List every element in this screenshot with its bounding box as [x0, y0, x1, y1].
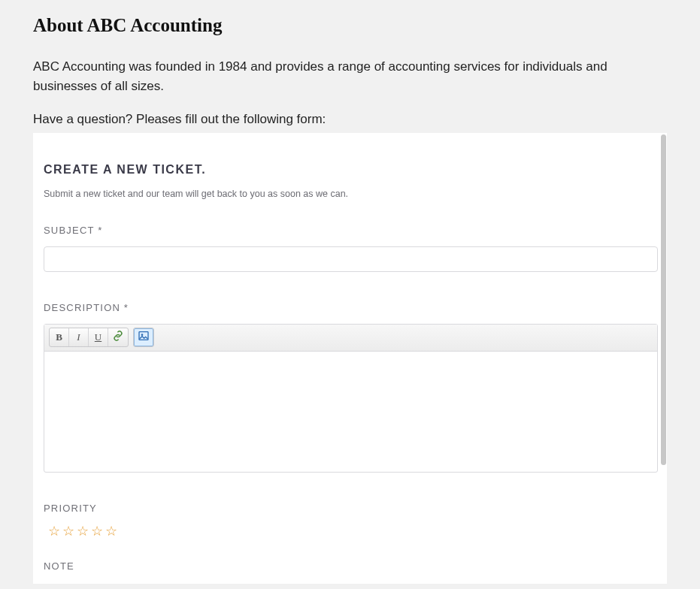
star-4[interactable]: ☆: [91, 524, 103, 538]
description-textarea[interactable]: [44, 352, 657, 472]
star-3[interactable]: ☆: [77, 524, 89, 538]
page-title: About ABC Accounting: [33, 15, 667, 36]
ticket-form-panel: CREATE A NEW TICKET. Submit a new ticket…: [33, 133, 667, 584]
form-prompt: Have a question? Pleases fill out the fo…: [33, 112, 667, 127]
priority-label: PRIORITY: [44, 503, 658, 514]
image-button[interactable]: [134, 328, 153, 346]
star-5[interactable]: ☆: [105, 524, 117, 538]
priority-stars: ☆ ☆ ☆ ☆ ☆: [44, 524, 658, 538]
subject-input[interactable]: [44, 246, 658, 272]
underline-button[interactable]: U: [89, 328, 108, 346]
star-2[interactable]: ☆: [62, 524, 74, 538]
editor-toolbar: B I U: [44, 325, 657, 352]
note-label: NOTE: [44, 560, 658, 572]
image-icon: [138, 330, 150, 345]
bold-button[interactable]: B: [50, 328, 69, 346]
form-heading: CREATE A NEW TICKET.: [44, 163, 658, 177]
link-icon: [112, 330, 124, 345]
svg-point-1: [141, 334, 144, 337]
intro-text: ABC Accounting was founded in 1984 and p…: [33, 57, 667, 97]
description-label: DESCRIPTION *: [44, 302, 658, 313]
link-button[interactable]: [108, 328, 128, 346]
scrollbar-thumb[interactable]: [661, 134, 666, 465]
subject-label: SUBJECT *: [44, 225, 658, 236]
star-1[interactable]: ☆: [48, 524, 60, 538]
italic-button[interactable]: I: [69, 328, 89, 346]
form-subtext: Submit a new ticket and our team will ge…: [44, 189, 658, 199]
description-editor: B I U: [44, 324, 658, 473]
